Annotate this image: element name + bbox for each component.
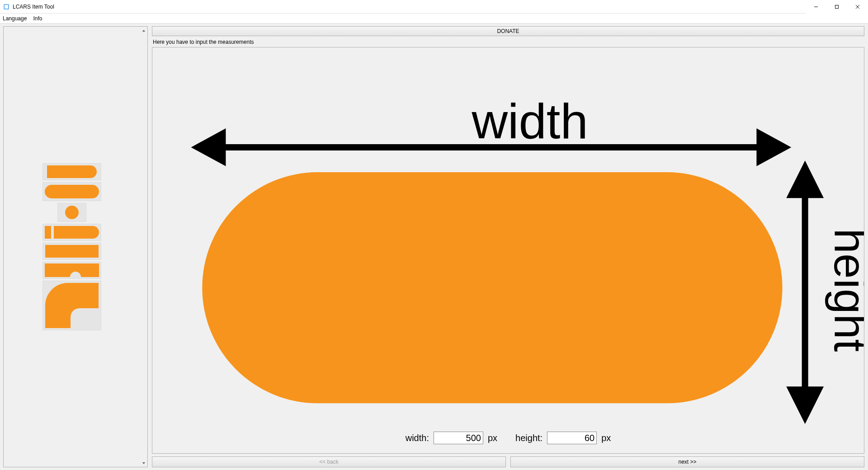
scroll-down-icon[interactable] — [140, 459, 147, 467]
dimension-diagram: width height — [152, 47, 864, 453]
instruction-text: Here you have to input the measurements — [153, 39, 864, 45]
preview-shape — [202, 172, 782, 403]
width-input[interactable] — [434, 432, 483, 444]
preview-canvas: width height width: px height: px — [152, 47, 864, 454]
scroll-up-icon[interactable] — [140, 27, 147, 34]
shape-tile-rect[interactable] — [42, 243, 101, 260]
window-title: LCARS Item Tool — [13, 4, 54, 10]
shape-tile-elbow[interactable] — [42, 281, 101, 330]
back-button[interactable]: << back — [152, 456, 506, 467]
shape-tile-segmented[interactable] — [42, 224, 101, 241]
menu-language[interactable]: Language — [3, 15, 27, 22]
svg-rect-9 — [45, 245, 99, 258]
donate-button[interactable]: DONATE — [152, 26, 864, 36]
height-input-label: height: — [515, 433, 542, 443]
minimize-button[interactable] — [806, 0, 826, 14]
shape-tile-pill[interactable] — [42, 182, 101, 201]
width-input-label: width: — [406, 433, 429, 443]
height-input[interactable] — [547, 432, 597, 444]
svg-rect-6 — [45, 185, 99, 198]
dimension-inputs: width: px height: px — [152, 432, 864, 444]
next-button[interactable]: next >> — [510, 456, 864, 467]
svg-rect-8 — [45, 226, 51, 239]
shape-tile-notched[interactable] — [42, 262, 101, 279]
width-label: width — [471, 93, 588, 149]
maximize-button[interactable] — [826, 0, 847, 14]
height-dimension-arrow — [792, 168, 819, 417]
wizard-nav: << back next >> — [152, 456, 864, 467]
titlebar-left: LCARS Item Tool — [0, 3, 54, 10]
main-panel: DONATE Here you have to input the measur… — [152, 26, 864, 467]
shape-tile-halfpill[interactable] — [42, 163, 101, 180]
menubar: Language Info — [0, 14, 868, 24]
app-icon — [3, 3, 10, 10]
workspace: DONATE Here you have to input the measur… — [0, 24, 868, 470]
shape-palette — [3, 26, 148, 467]
width-unit: px — [488, 433, 497, 443]
height-unit: px — [601, 433, 611, 443]
svg-point-7 — [65, 206, 79, 219]
height-label: height — [825, 228, 864, 352]
shape-tile-circle[interactable] — [57, 203, 86, 222]
svg-rect-3 — [835, 5, 839, 9]
window-controls — [806, 0, 868, 13]
menu-info[interactable]: Info — [33, 15, 42, 22]
shape-palette-list — [4, 27, 140, 467]
window-titlebar: LCARS Item Tool — [0, 0, 868, 14]
svg-rect-1 — [5, 5, 8, 9]
close-button[interactable] — [847, 0, 868, 14]
palette-scrollbar[interactable] — [140, 27, 147, 467]
